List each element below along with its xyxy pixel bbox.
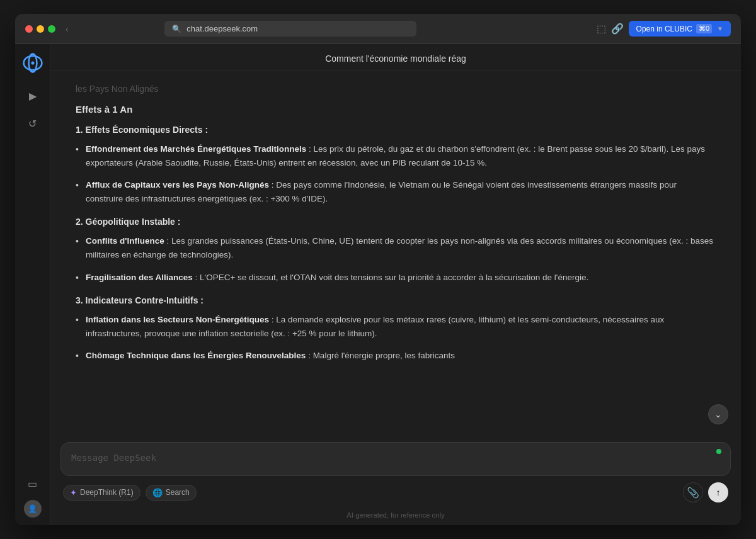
message-input-area: ✦ DeepThink (R1) 🌐 Search 📎	[50, 434, 741, 508]
sidebar-bottom: ▭ 👤	[21, 472, 44, 518]
content-title-bar: Comment l'économie mondiale réag	[50, 44, 741, 71]
browser-window: ‹ 🔍 chat.deepseek.com ⬚ 🔗 Open in CLUBIC…	[15, 14, 741, 525]
section-2-title: 2. Géopolitique Instable :	[76, 217, 716, 227]
section-header: Effets à 1 An	[76, 104, 716, 115]
section-1-bullets: Effondrement des Marchés Énergétiques Tr…	[76, 142, 716, 205]
disclaimer-text: AI-generated, for reference only	[346, 511, 444, 519]
search-label: Search	[166, 488, 190, 497]
bullet-item: Afflux de Capitaux vers les Pays Non-Ali…	[76, 178, 716, 205]
dropdown-arrow-icon[interactable]: ▼	[717, 25, 723, 32]
bullet-item: Fragilisation des Alliances : L'OPEC+ se…	[76, 271, 716, 285]
ai-disclaimer: AI-generated, for reference only	[50, 508, 741, 525]
browser-chrome: ‹ 🔍 chat.deepseek.com ⬚ 🔗 Open in CLUBIC…	[15, 14, 741, 44]
attach-button[interactable]: 📎	[683, 482, 703, 502]
message-input[interactable]	[71, 450, 720, 465]
input-tools-left: ✦ DeepThink (R1) 🌐 Search	[63, 485, 197, 501]
svg-point-2	[31, 61, 34, 64]
search-icon: 🔍	[172, 25, 181, 33]
bullet-bold: Chômage Technique dans les Énergies Reno…	[86, 351, 306, 360]
bullet-item: Effondrement des Marchés Énergétiques Tr…	[76, 142, 716, 169]
section-1-title: 1. Effets Économiques Directs :	[76, 125, 716, 135]
chat-content[interactable]: les Pays Non Alignés Effets à 1 An 1. Ef…	[50, 71, 741, 434]
send-button[interactable]: ↑	[708, 482, 728, 502]
status-indicator	[716, 449, 721, 454]
minimize-traffic-light[interactable]	[37, 25, 44, 33]
url-text: chat.deepseek.com	[186, 24, 258, 33]
bullet-text: : Malgré l'énergie propre, les fabricant…	[308, 351, 455, 360]
bullet-bold: Inflation dans les Secteurs Non-Énergéti…	[86, 315, 269, 324]
bullet-text: : Les grandes puissances (États-Unis, Ch…	[86, 236, 713, 259]
input-tools-right: 📎 ↑	[683, 482, 728, 502]
back-arrow[interactable]: ‹	[63, 23, 71, 35]
traffic-lights	[25, 25, 55, 33]
clubic-shortcut: ⌘0	[696, 24, 712, 33]
send-icon: ↑	[716, 487, 721, 497]
conversation-title: Comment l'économie mondiale réag	[325, 54, 466, 64]
play-icon: ▶	[29, 90, 37, 102]
globe-icon: 🌐	[152, 488, 163, 497]
app-logo[interactable]	[21, 52, 44, 74]
section-3-title: 3. Indicateurs Contre-Intuitifs :	[76, 295, 716, 305]
section-1: 1. Effets Économiques Directs : Effondre…	[76, 125, 716, 205]
message-input-box	[60, 442, 731, 476]
deepthink-icon: ✦	[70, 488, 77, 497]
scroll-to-bottom-button[interactable]: ⌄	[708, 404, 728, 424]
bullet-item: Conflits d'Influence : Les grandes puiss…	[76, 234, 716, 261]
section-2-bullets: Conflits d'Influence : Les grandes puiss…	[76, 234, 716, 284]
mobile-icon: ▭	[28, 478, 37, 490]
address-bar[interactable]: 🔍 chat.deepseek.com	[164, 21, 416, 37]
faded-heading: les Pays Non Alignés	[76, 84, 716, 94]
sidebar-item-play[interactable]: ▶	[21, 84, 44, 107]
search-chip[interactable]: 🌐 Search	[146, 485, 197, 501]
refresh-icon: ↺	[28, 118, 37, 130]
bullet-bold: Effondrement des Marchés Énergétiques Tr…	[86, 144, 306, 154]
bullet-item: Inflation dans les Secteurs Non-Énergéti…	[76, 313, 716, 340]
bookmark-icon[interactable]: 🔗	[611, 23, 624, 35]
avatar-icon: 👤	[28, 504, 37, 513]
sidebar-item-refresh[interactable]: ↺	[21, 112, 44, 135]
bullet-bold: Afflux de Capitaux vers les Pays Non-Ali…	[86, 180, 269, 190]
close-traffic-light[interactable]	[25, 25, 33, 33]
chevron-down-icon: ⌄	[714, 409, 722, 419]
paperclip-icon: 📎	[687, 487, 699, 499]
share-icon[interactable]: ⬚	[597, 23, 606, 35]
sidebar: ▶ ↺ ▭ 👤	[15, 44, 50, 525]
section-3-bullets: Inflation dans les Secteurs Non-Énergéti…	[76, 313, 716, 363]
section-3: 3. Indicateurs Contre-Intuitifs : Inflat…	[76, 295, 716, 363]
bullet-bold: Conflits d'Influence	[86, 236, 164, 246]
bullet-bold: Fragilisation des Alliances	[86, 273, 193, 282]
input-toolbar: ✦ DeepThink (R1) 🌐 Search 📎	[60, 482, 731, 502]
avatar[interactable]: 👤	[24, 500, 42, 518]
bullet-text: : L'OPEC+ se dissout, et l'OTAN voit des…	[195, 273, 589, 282]
nav-arrows: ‹	[63, 23, 71, 35]
deepthink-chip[interactable]: ✦ DeepThink (R1)	[63, 485, 140, 501]
deepthink-label: DeepThink (R1)	[80, 488, 134, 497]
bullet-item: Chômage Technique dans les Énergies Reno…	[76, 349, 716, 363]
maximize-traffic-light[interactable]	[48, 25, 55, 33]
sidebar-item-mobile[interactable]: ▭	[21, 472, 44, 495]
open-clubic-label: Open in CLUBIC	[636, 25, 692, 33]
main-content: Comment l'économie mondiale réag les Pay…	[50, 44, 741, 525]
section-2: 2. Géopolitique Instable : Conflits d'In…	[76, 217, 716, 284]
open-clubic-button[interactable]: Open in CLUBIC ⌘0 ▼	[629, 21, 731, 37]
browser-actions: ⬚ 🔗 Open in CLUBIC ⌘0 ▼	[597, 21, 731, 37]
app-layout: ▶ ↺ ▭ 👤 Comment l'économie mondiale réag	[15, 44, 741, 525]
